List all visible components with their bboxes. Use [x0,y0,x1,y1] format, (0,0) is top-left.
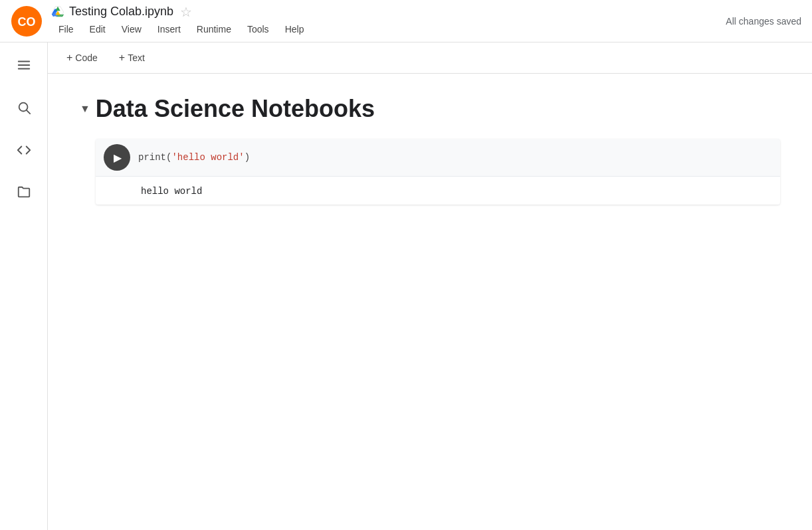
main-area: + Code + Text ▼ Data Science Notebooks ▶ [48,43,812,530]
menu-edit[interactable]: Edit [82,20,114,39]
svg-text:CO: CO [18,15,36,29]
title-row: Testing Colab.ipynb ☆ [51,4,312,20]
code-cell-output: hello world [96,176,780,205]
menu-row: File Edit View Insert Runtime Tools Help [51,20,312,39]
top-bar: CO [0,0,812,43]
files-icon[interactable] [12,181,36,205]
menu-view[interactable]: View [114,20,150,39]
code-brackets-icon[interactable] [12,138,36,162]
menu-help[interactable]: Help [277,20,312,39]
play-icon: ▶ [114,151,122,164]
run-cell-button[interactable]: ▶ [104,144,130,171]
collapse-arrow-icon[interactable]: ▼ [80,103,90,115]
add-text-label: Text [128,52,145,63]
menu-insert[interactable]: Insert [150,20,189,39]
notebook-content: ▼ Data Science Notebooks ▶ print('hello … [48,74,812,530]
code-content[interactable]: print('hello world') [138,147,780,168]
code-cell: ▶ print('hello world') hello world [96,139,780,205]
heading-cell: ▼ Data Science Notebooks [80,95,780,123]
code-cell-input: ▶ print('hello world') [96,139,780,176]
sidebar [0,43,48,530]
add-code-plus-icon: + [66,52,72,64]
drive-icon [51,5,65,19]
notebook-title: Testing Colab.ipynb [69,5,173,19]
star-icon[interactable]: ☆ [180,4,192,20]
table-of-contents-icon[interactable] [12,53,36,77]
add-text-button[interactable]: + Text [111,48,153,68]
menu-tools[interactable]: Tools [239,20,277,39]
code-function-name: print [138,152,166,163]
output-text: hello world [141,186,202,197]
search-icon[interactable] [12,96,36,120]
content-wrapper: + Code + Text ▼ Data Science Notebooks ▶ [0,43,812,530]
notebook-toolbar: + Code + Text [48,43,812,74]
menu-file[interactable]: File [51,20,82,39]
svg-line-7 [27,110,30,114]
menu-runtime[interactable]: Runtime [189,20,239,39]
save-status: All changes saved [726,16,801,27]
title-area: Testing Colab.ipynb ☆ File Edit View Ins… [51,4,312,39]
code-string-value: 'hello world' [171,152,244,163]
colab-logo[interactable]: CO [11,5,43,37]
notebook-heading: Data Science Notebooks [96,95,375,123]
add-code-button[interactable]: + Code [58,48,106,68]
code-paren-close: ) [245,152,250,163]
add-code-label: Code [75,52,97,63]
add-text-plus-icon: + [119,52,125,64]
